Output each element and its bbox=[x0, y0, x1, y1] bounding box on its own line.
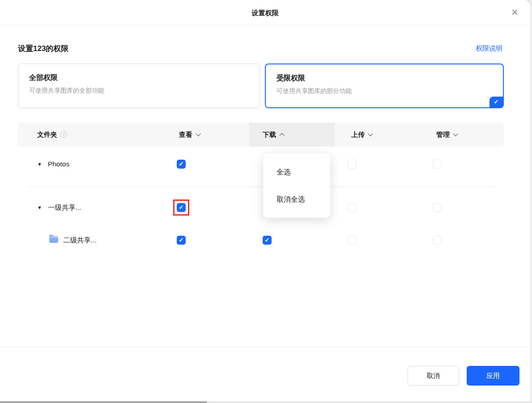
checkbox-upload-unchecked[interactable] bbox=[348, 203, 357, 212]
menu-item-select-all[interactable]: 全选 bbox=[263, 158, 330, 186]
folder-name: ▼一级共享... bbox=[37, 199, 81, 216]
checkbox-download-checked[interactable]: ✓ bbox=[263, 236, 272, 245]
dialog-title: 设置权限 bbox=[0, 0, 530, 25]
column-header-folder: 文件夹i bbox=[37, 123, 67, 147]
scrollbar-thumb[interactable] bbox=[0, 401, 207, 403]
folder-name: ▼Photos bbox=[37, 156, 69, 172]
section-heading: 设置123的权限 bbox=[18, 43, 68, 54]
folder-name: 二级共享... bbox=[49, 232, 97, 248]
card-restricted-permissions[interactable]: 受限权限 可使用共享图库的部分功能 ✓ bbox=[265, 64, 504, 108]
card-title: 全部权限 bbox=[29, 73, 260, 83]
page-right-edge bbox=[530, 0, 532, 403]
expand-caret-icon[interactable]: ▼ bbox=[37, 156, 42, 172]
download-header-highlight bbox=[249, 123, 335, 147]
footer-divider bbox=[0, 347, 530, 348]
checkbox-upload-unchecked[interactable] bbox=[348, 236, 357, 245]
card-description: 可使用共享图库的部分功能 bbox=[277, 87, 503, 95]
table-header: 文件夹i 查看 下载 上传 管理 bbox=[18, 123, 504, 147]
chevron-down-icon bbox=[196, 131, 200, 136]
column-header-download[interactable]: 下载 bbox=[263, 123, 284, 147]
table-row: 二级共享... ✓ ✓ bbox=[18, 232, 504, 248]
download-dropdown-menu: 全选 取消全选 bbox=[263, 153, 330, 218]
permission-help-link[interactable]: 权限说明 bbox=[476, 44, 502, 53]
chevron-down-icon bbox=[453, 131, 458, 136]
check-icon: ✓ bbox=[179, 204, 184, 211]
table-row: ▼Photos ✓ bbox=[18, 156, 504, 172]
checkbox-upload-unchecked[interactable] bbox=[348, 160, 357, 169]
column-label: 下载 bbox=[263, 131, 276, 138]
check-icon: ✓ bbox=[265, 237, 270, 243]
folder-label: 二级共享... bbox=[63, 236, 97, 244]
selected-check-badge: ✓ bbox=[489, 97, 503, 107]
column-header-manage[interactable]: 管理 bbox=[436, 123, 457, 147]
expand-caret-icon[interactable]: ▼ bbox=[37, 199, 42, 216]
check-icon: ✓ bbox=[494, 98, 499, 105]
column-label: 文件夹 bbox=[37, 131, 57, 138]
card-description: 可使用共享图库的全部功能 bbox=[29, 87, 260, 95]
chevron-up-icon bbox=[279, 133, 284, 138]
checkbox-view-checked[interactable]: ✓ bbox=[177, 160, 186, 169]
column-label: 查看 bbox=[179, 131, 192, 138]
dialog-titlebar: 设置权限 × bbox=[0, 0, 530, 25]
info-icon[interactable]: i bbox=[60, 131, 67, 138]
column-label: 管理 bbox=[436, 131, 450, 138]
card-title: 受限权限 bbox=[277, 74, 503, 83]
folder-label: 一级共享... bbox=[48, 204, 81, 211]
checkbox-view-checked[interactable]: ✓ bbox=[177, 203, 186, 212]
checkbox-manage-unchecked[interactable] bbox=[433, 236, 442, 245]
check-icon: ✓ bbox=[179, 161, 184, 167]
checkbox-manage-unchecked[interactable] bbox=[433, 203, 442, 212]
checkbox-manage-unchecked[interactable] bbox=[433, 160, 442, 169]
folder-icon bbox=[49, 236, 58, 243]
table-row: ▼一级共享... ✓ bbox=[18, 199, 504, 216]
horizontal-scrollbar bbox=[0, 401, 532, 403]
folder-label: Photos bbox=[48, 160, 69, 168]
card-all-permissions[interactable]: 全部权限 可使用共享图库的全部功能 bbox=[18, 64, 260, 108]
cancel-button[interactable]: 取消 bbox=[408, 366, 459, 386]
column-header-view[interactable]: 查看 bbox=[179, 123, 200, 147]
set-permissions-dialog: 设置权限 × 设置123的权限 权限说明 全部权限 可使用共享图库的全部功能 受… bbox=[0, 0, 530, 401]
chevron-down-icon bbox=[368, 131, 373, 136]
check-icon: ✓ bbox=[179, 237, 184, 243]
apply-button[interactable]: 应用 bbox=[467, 366, 519, 386]
checkbox-view-checked[interactable]: ✓ bbox=[177, 236, 186, 245]
column-label: 上传 bbox=[351, 131, 365, 138]
close-icon[interactable]: × bbox=[511, 0, 518, 25]
menu-item-deselect-all[interactable]: 取消全选 bbox=[263, 186, 330, 213]
column-header-upload[interactable]: 上传 bbox=[351, 123, 372, 147]
